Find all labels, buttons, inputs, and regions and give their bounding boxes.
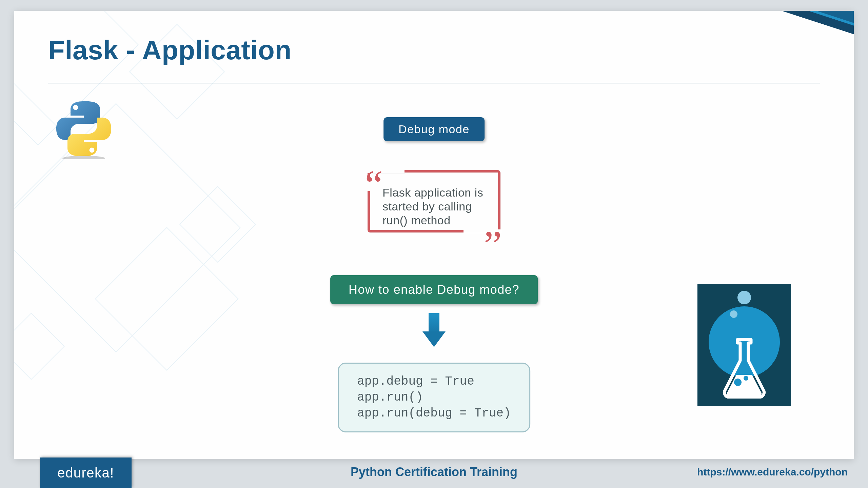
footer-url: https://www.edureka.co/python bbox=[697, 466, 848, 478]
footer-course-title: Python Certification Training bbox=[351, 465, 517, 479]
svg-point-2 bbox=[62, 156, 105, 160]
svg-point-0 bbox=[73, 105, 78, 110]
arrow-down-icon bbox=[424, 313, 444, 347]
quote-open-icon: “ bbox=[365, 179, 383, 191]
quote-box: “ ” Flask application is started by call… bbox=[363, 161, 505, 242]
footer-brand-badge: edureka! bbox=[40, 458, 132, 488]
title-underline bbox=[48, 83, 820, 83]
svg-point-4 bbox=[744, 376, 748, 381]
quote-close-icon: ” bbox=[484, 239, 502, 251]
svg-point-3 bbox=[734, 379, 742, 386]
corner-decoration bbox=[732, 11, 854, 79]
debug-mode-badge: Debug mode bbox=[383, 117, 485, 141]
code-snippet: app.debug = True app.run() app.run(debug… bbox=[338, 363, 530, 432]
slide: Flask - Application Debug mode “ ” Flask… bbox=[14, 11, 854, 459]
how-to-enable-badge: How to enable Debug mode? bbox=[330, 275, 538, 304]
slide-title: Flask - Application bbox=[48, 35, 292, 66]
flask-lab-icon bbox=[697, 284, 791, 406]
python-logo-icon bbox=[53, 98, 114, 159]
quote-text: Flask application is started by calling … bbox=[382, 186, 492, 227]
svg-point-1 bbox=[90, 148, 95, 153]
